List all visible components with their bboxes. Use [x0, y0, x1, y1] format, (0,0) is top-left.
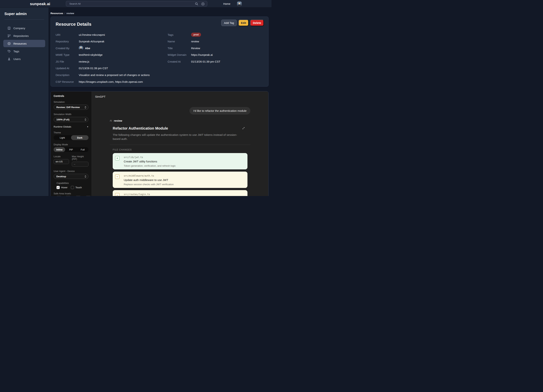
expand-icon[interactable]	[242, 127, 245, 129]
user-avatar[interactable]	[237, 1, 242, 6]
field-widget-domain: Widget Domain https://sunpeak.ai	[168, 53, 270, 57]
field-mime-type: MIME Type text/html+skybridge	[56, 53, 158, 57]
sidebar-nav: Company Repositories Resources Tags User…	[0, 24, 48, 62]
locale-label: Locale	[54, 155, 69, 158]
breadcrumb: Resources/review	[51, 12, 272, 15]
sidebar-item-resources[interactable]: Resources	[3, 40, 45, 47]
hover-checkbox[interactable]: ✓	[57, 186, 60, 189]
simulation-width-label: Simulation Width	[54, 113, 89, 116]
inset-right-input[interactable]	[85, 196, 91, 196]
inset-left-input[interactable]	[75, 196, 81, 196]
breadcrumb-root[interactable]: Resources	[51, 12, 63, 15]
clear-search-icon[interactable]	[201, 2, 205, 6]
display-mode-segmented-control: Inline PiP Full	[54, 147, 89, 152]
max-height-input[interactable]	[72, 162, 89, 167]
sidebar-title: Super admin	[0, 7, 48, 16]
select-chevron-icon	[85, 175, 86, 178]
file-change-card[interactable]: ~ src/routes/login.ts Update login endpo…	[113, 190, 248, 196]
user-message-bubble: I'd like to refactor the authentication …	[189, 107, 250, 115]
user-agent-select[interactable]: Desktop	[54, 174, 89, 179]
details-right-column: Tags prod Name review Title Review Widge…	[168, 33, 270, 66]
ai-tool-name: review	[114, 119, 122, 122]
capabilities-label: Capabilities	[57, 182, 89, 185]
review-widget: Refactor Authentication Module The follo…	[110, 126, 250, 196]
field-js-file: JS File review.js	[56, 59, 158, 64]
breadcrumb-separator: /	[64, 12, 65, 15]
sidebar-item-tags[interactable]: Tags	[3, 48, 45, 55]
details-left-column: URI ui://review-mkczwpmi Repository Sunp…	[56, 33, 158, 86]
max-height-label: Max Height (PiP)	[72, 155, 89, 160]
tag-badge-prod[interactable]: prod	[191, 33, 201, 37]
breadcrumb-current: review	[67, 12, 74, 15]
theme-segmented-control: Light Dark	[54, 135, 89, 140]
git-branch-icon	[7, 34, 11, 37]
inset-top-input[interactable]	[56, 196, 62, 196]
sidebar-item-company[interactable]: Company	[3, 24, 45, 32]
field-title: Title Review	[168, 46, 270, 50]
hover-label: Hover	[61, 186, 68, 189]
modify-file-icon: ~	[115, 193, 119, 196]
sidebar-item-label: Repositories	[13, 34, 29, 37]
simulation-panel: Controls Simulation Review: Diff Review …	[51, 91, 269, 196]
details-actions: Add Tag Edit Delete	[221, 20, 264, 26]
runtime-globals-toggle[interactable]: Runtime Globals ▼	[54, 125, 89, 128]
widget-title: Refactor Authentication Module	[113, 126, 250, 130]
change-title: Create JWT utility functions	[124, 160, 244, 163]
add-tag-button[interactable]: Add Tag	[221, 20, 237, 26]
file-changes-label: FILE CHANGES	[113, 148, 250, 151]
touch-checkbox[interactable]	[71, 186, 74, 189]
select-chevron-icon	[85, 106, 86, 109]
sidebar-item-label: Tags	[13, 50, 19, 53]
delete-button[interactable]: Delete	[250, 20, 264, 26]
creator: Abe	[79, 46, 90, 50]
safe-area-label: Safe Area Insets	[54, 192, 89, 195]
modify-file-icon: ~	[115, 174, 119, 179]
edit-button[interactable]: Edit	[238, 20, 249, 26]
field-created-by: Created By Abe	[56, 46, 158, 50]
file-change-card[interactable]: + src/lib/jwt.ts Create JWT utility func…	[113, 153, 248, 169]
user-agent-label: User Agent - Device	[54, 170, 89, 173]
theme-label: Theme	[54, 131, 89, 134]
home-link[interactable]: Home	[223, 0, 230, 7]
display-option-full[interactable]: Full	[77, 147, 89, 152]
sim-app-title: SimGPT	[95, 95, 106, 98]
sidebar-item-repositories[interactable]: Repositories	[3, 32, 45, 39]
search-input[interactable]	[69, 2, 207, 5]
person-icon	[7, 57, 11, 61]
main-content: Resources/review Resource Details Add Ta…	[48, 7, 272, 196]
search-bar[interactable]	[66, 1, 207, 6]
capabilities-row: ✓ Hover Touch	[57, 186, 89, 189]
field-created-at: Created At 01/13/26 01:39 pm CST	[168, 59, 270, 64]
display-option-pip[interactable]: PiP	[65, 147, 77, 152]
sidebar-item-users[interactable]: Users	[3, 55, 45, 62]
file-change-card[interactable]: ~ src/middleware/auth.ts Update auth mid…	[113, 172, 248, 188]
sidebar-divider	[4, 19, 44, 20]
field-csp-resource: CSP Resource https://images.unsplash.com…	[56, 79, 158, 84]
change-title: Update auth middleware to use JWT	[124, 178, 244, 181]
simulation-select[interactable]: Review: Diff Review	[54, 105, 89, 110]
locale-input[interactable]	[54, 159, 69, 164]
sidebar-item-label: Company	[13, 27, 25, 30]
simulation-preview: SimGPT I'd like to refactor the authenti…	[91, 91, 268, 196]
display-option-inline[interactable]: Inline	[54, 147, 65, 152]
ai-response-header: AI review	[110, 119, 250, 122]
building-icon	[7, 26, 11, 30]
simulation-width-select[interactable]: 100% (Full)	[54, 117, 89, 122]
cube-icon	[7, 42, 11, 45]
field-repository: Repository Sunpeak-AI/sunpeak	[56, 39, 158, 44]
widget-divider	[110, 145, 250, 145]
field-updated-at: Updated At 01/13/26 01:39 pm CST	[56, 66, 158, 70]
inset-bottom-input[interactable]	[65, 196, 71, 196]
sidebar-item-label: Resources	[13, 42, 27, 45]
file-path: src/middleware/auth.ts	[124, 174, 244, 177]
app-logo: sunpeak.ai	[30, 0, 50, 7]
theme-option-dark[interactable]: Dark	[71, 135, 89, 140]
sidebar-item-label: Users	[13, 57, 21, 61]
theme-option-light[interactable]: Light	[54, 135, 71, 140]
safe-area-insets: ↑ ↓ ← →	[54, 196, 89, 196]
controls-title: Controls	[54, 95, 89, 97]
add-file-icon: +	[115, 156, 119, 160]
creator-name: Abe	[85, 47, 90, 50]
widget-description: The following changes will update the au…	[113, 133, 239, 141]
search-icon[interactable]	[195, 2, 198, 6]
